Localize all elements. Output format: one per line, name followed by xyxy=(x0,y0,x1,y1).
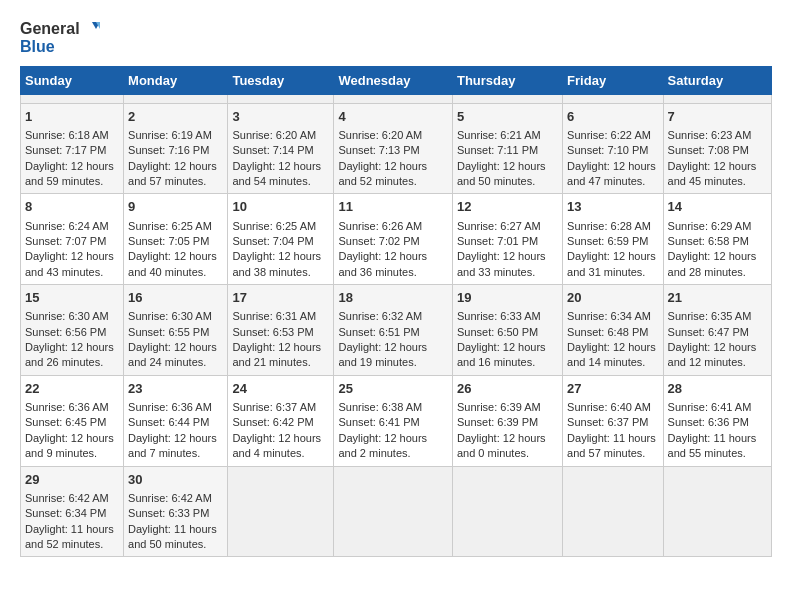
calendar-cell xyxy=(228,466,334,557)
calendar-cell: 22Sunrise: 6:36 AMSunset: 6:45 PMDayligh… xyxy=(21,375,124,466)
calendar-cell: 25Sunrise: 6:38 AMSunset: 6:41 PMDayligh… xyxy=(334,375,453,466)
calendar-week-row: 8Sunrise: 6:24 AMSunset: 7:07 PMDaylight… xyxy=(21,194,772,285)
calendar-week-row: 1Sunrise: 6:18 AMSunset: 7:17 PMDaylight… xyxy=(21,103,772,194)
calendar-cell: 7Sunrise: 6:23 AMSunset: 7:08 PMDaylight… xyxy=(663,103,771,194)
calendar-cell: 13Sunrise: 6:28 AMSunset: 6:59 PMDayligh… xyxy=(563,194,663,285)
calendar-cell: 29Sunrise: 6:42 AMSunset: 6:34 PMDayligh… xyxy=(21,466,124,557)
calendar-cell: 18Sunrise: 6:32 AMSunset: 6:51 PMDayligh… xyxy=(334,285,453,376)
day-number: 15 xyxy=(25,289,119,307)
day-number: 8 xyxy=(25,198,119,216)
day-number: 22 xyxy=(25,380,119,398)
weekday-header: Wednesday xyxy=(334,66,453,94)
day-number: 25 xyxy=(338,380,448,398)
calendar-week-row: 15Sunrise: 6:30 AMSunset: 6:56 PMDayligh… xyxy=(21,285,772,376)
weekday-header: Monday xyxy=(124,66,228,94)
calendar-cell: 30Sunrise: 6:42 AMSunset: 6:33 PMDayligh… xyxy=(124,466,228,557)
day-number: 21 xyxy=(668,289,767,307)
calendar-table: SundayMondayTuesdayWednesdayThursdayFrid… xyxy=(20,66,772,558)
day-number: 1 xyxy=(25,108,119,126)
calendar-cell xyxy=(663,94,771,103)
day-number: 16 xyxy=(128,289,223,307)
day-number: 11 xyxy=(338,198,448,216)
calendar-week-row: 22Sunrise: 6:36 AMSunset: 6:45 PMDayligh… xyxy=(21,375,772,466)
day-number: 27 xyxy=(567,380,658,398)
day-number: 24 xyxy=(232,380,329,398)
calendar-cell xyxy=(334,94,453,103)
calendar-cell: 19Sunrise: 6:33 AMSunset: 6:50 PMDayligh… xyxy=(452,285,562,376)
day-number: 5 xyxy=(457,108,558,126)
day-number: 10 xyxy=(232,198,329,216)
day-number: 3 xyxy=(232,108,329,126)
day-number: 14 xyxy=(668,198,767,216)
calendar-cell: 14Sunrise: 6:29 AMSunset: 6:58 PMDayligh… xyxy=(663,194,771,285)
weekday-header: Sunday xyxy=(21,66,124,94)
day-number: 9 xyxy=(128,198,223,216)
calendar-cell: 27Sunrise: 6:40 AMSunset: 6:37 PMDayligh… xyxy=(563,375,663,466)
calendar-cell: 8Sunrise: 6:24 AMSunset: 7:07 PMDaylight… xyxy=(21,194,124,285)
day-number: 26 xyxy=(457,380,558,398)
calendar-cell: 20Sunrise: 6:34 AMSunset: 6:48 PMDayligh… xyxy=(563,285,663,376)
calendar-cell xyxy=(452,466,562,557)
day-number: 4 xyxy=(338,108,448,126)
logo-bird-icon xyxy=(82,20,100,38)
calendar-cell: 28Sunrise: 6:41 AMSunset: 6:36 PMDayligh… xyxy=(663,375,771,466)
day-number: 17 xyxy=(232,289,329,307)
calendar-week-row: 29Sunrise: 6:42 AMSunset: 6:34 PMDayligh… xyxy=(21,466,772,557)
weekday-header-row: SundayMondayTuesdayWednesdayThursdayFrid… xyxy=(21,66,772,94)
logo-text-general: General xyxy=(20,20,80,38)
calendar-cell: 5Sunrise: 6:21 AMSunset: 7:11 PMDaylight… xyxy=(452,103,562,194)
logo-text-blue: Blue xyxy=(20,38,100,56)
calendar-cell xyxy=(124,94,228,103)
calendar-cell: 16Sunrise: 6:30 AMSunset: 6:55 PMDayligh… xyxy=(124,285,228,376)
day-number: 19 xyxy=(457,289,558,307)
calendar-cell: 15Sunrise: 6:30 AMSunset: 6:56 PMDayligh… xyxy=(21,285,124,376)
calendar-cell xyxy=(563,94,663,103)
calendar-cell: 23Sunrise: 6:36 AMSunset: 6:44 PMDayligh… xyxy=(124,375,228,466)
page-header: General Blue xyxy=(20,20,772,56)
day-number: 6 xyxy=(567,108,658,126)
day-number: 13 xyxy=(567,198,658,216)
calendar-cell xyxy=(21,94,124,103)
calendar-cell: 11Sunrise: 6:26 AMSunset: 7:02 PMDayligh… xyxy=(334,194,453,285)
calendar-cell: 17Sunrise: 6:31 AMSunset: 6:53 PMDayligh… xyxy=(228,285,334,376)
calendar-cell: 4Sunrise: 6:20 AMSunset: 7:13 PMDaylight… xyxy=(334,103,453,194)
calendar-cell xyxy=(452,94,562,103)
day-number: 28 xyxy=(668,380,767,398)
day-number: 12 xyxy=(457,198,558,216)
logo: General Blue xyxy=(20,20,100,56)
calendar-cell: 6Sunrise: 6:22 AMSunset: 7:10 PMDaylight… xyxy=(563,103,663,194)
calendar-cell: 21Sunrise: 6:35 AMSunset: 6:47 PMDayligh… xyxy=(663,285,771,376)
day-number: 7 xyxy=(668,108,767,126)
day-number: 29 xyxy=(25,471,119,489)
day-number: 2 xyxy=(128,108,223,126)
calendar-cell: 2Sunrise: 6:19 AMSunset: 7:16 PMDaylight… xyxy=(124,103,228,194)
calendar-cell xyxy=(663,466,771,557)
weekday-header: Thursday xyxy=(452,66,562,94)
calendar-cell: 1Sunrise: 6:18 AMSunset: 7:17 PMDaylight… xyxy=(21,103,124,194)
weekday-header: Saturday xyxy=(663,66,771,94)
calendar-cell: 24Sunrise: 6:37 AMSunset: 6:42 PMDayligh… xyxy=(228,375,334,466)
calendar-cell: 3Sunrise: 6:20 AMSunset: 7:14 PMDaylight… xyxy=(228,103,334,194)
calendar-cell: 10Sunrise: 6:25 AMSunset: 7:04 PMDayligh… xyxy=(228,194,334,285)
day-number: 23 xyxy=(128,380,223,398)
day-number: 18 xyxy=(338,289,448,307)
day-number: 20 xyxy=(567,289,658,307)
weekday-header: Friday xyxy=(563,66,663,94)
calendar-cell: 9Sunrise: 6:25 AMSunset: 7:05 PMDaylight… xyxy=(124,194,228,285)
calendar-cell xyxy=(334,466,453,557)
calendar-week-row xyxy=(21,94,772,103)
day-number: 30 xyxy=(128,471,223,489)
calendar-cell xyxy=(563,466,663,557)
calendar-cell xyxy=(228,94,334,103)
calendar-cell: 12Sunrise: 6:27 AMSunset: 7:01 PMDayligh… xyxy=(452,194,562,285)
weekday-header: Tuesday xyxy=(228,66,334,94)
calendar-cell: 26Sunrise: 6:39 AMSunset: 6:39 PMDayligh… xyxy=(452,375,562,466)
